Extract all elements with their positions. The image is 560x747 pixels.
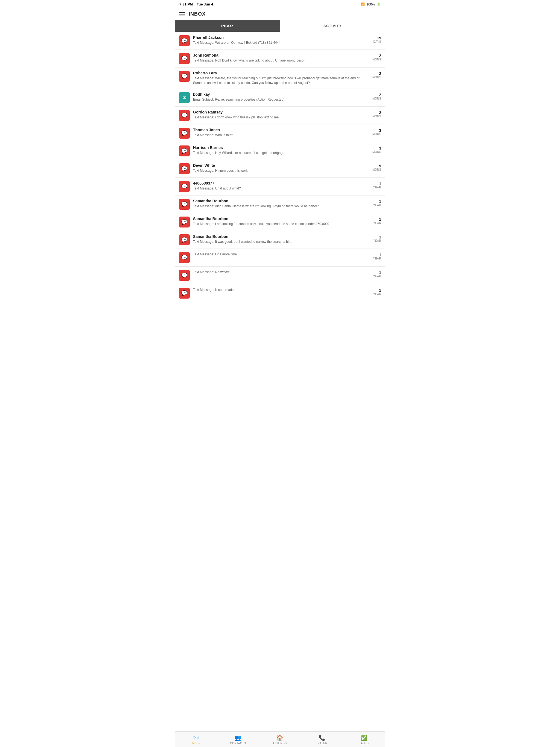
tab-inbox[interactable]: INBOX <box>175 20 280 32</box>
message-preview: Text Message: i don't know who this is? … <box>193 115 370 120</box>
inbox-content: Text Message: No way!!!! <box>193 270 371 275</box>
chat-icon: 💬 <box>181 166 187 172</box>
chat-icon: 💬 <box>181 272 187 278</box>
inbox-item[interactable]: 💬 John Ramona Text Message: No!! Dont kn… <box>175 50 385 68</box>
battery-icon: 🔋 <box>377 2 381 6</box>
time-number: 2 <box>379 71 381 76</box>
inbox-content: Gordon Ramsay Text Message: i don't know… <box>193 110 370 120</box>
time-stamp: 1 YEAR <box>373 288 381 295</box>
message-preview: Text Message: No!! Dont know what u are … <box>193 58 370 63</box>
time-stamp: 1 YEAR <box>373 234 381 242</box>
time-number: 1 <box>379 253 381 257</box>
time-unit: YEAR <box>373 204 381 207</box>
inbox-item[interactable]: 💬 Samantha Bourbon Text Message: Also Sa… <box>175 196 385 213</box>
inbox-item[interactable]: 💬 Roberto Lara Text Message: Willard, th… <box>175 68 385 89</box>
inbox-content: Pharrell Jackson Text Message: We are on… <box>193 35 371 45</box>
avatar: ✉ <box>179 92 190 103</box>
avatar: 💬 <box>179 146 190 156</box>
avatar: 💬 <box>179 270 190 281</box>
time-number: 19 <box>377 36 381 40</box>
hamburger-menu[interactable] <box>179 12 185 16</box>
wifi-icon: 📶 <box>361 2 365 6</box>
time-stamp: 3 MONS <box>373 146 381 153</box>
time-stamp: 9 MONS <box>373 163 381 171</box>
message-preview: Text Message: Who is this? <box>193 133 370 137</box>
time-number: 1 <box>379 235 381 239</box>
contact-name: 4406530377 <box>193 181 371 185</box>
chat-icon: 💬 <box>181 237 187 243</box>
time-unit: YEAR <box>373 275 381 278</box>
avatar: 💬 <box>179 252 190 263</box>
message-preview: Text Message: Hmmm does this work. <box>193 169 370 173</box>
inbox-item[interactable]: 💬 Pharrell Jackson Text Message: We are … <box>175 32 385 50</box>
time-number: 1 <box>379 199 381 204</box>
time-number: 1 <box>379 182 381 186</box>
inbox-item[interactable]: 💬 Text Message: Nice threads 1 YEAR <box>175 284 385 302</box>
message-preview: Text Message: I am looking for condos on… <box>193 222 371 226</box>
contact-name: bodhikay <box>193 92 370 97</box>
tab-activity[interactable]: ACTIVITY <box>280 20 385 32</box>
inbox-item[interactable]: 💬 4406530377 Text Message: Chat about wh… <box>175 178 385 196</box>
contact-name: Pharrell Jackson <box>193 35 371 40</box>
contact-name: Gordon Ramsay <box>193 110 370 114</box>
time-stamp: 1 YEAR <box>373 181 381 189</box>
inbox-content: Harrison Barnes Text Message: Hey Willar… <box>193 146 370 155</box>
battery-percentage: 100% <box>366 2 375 6</box>
chat-icon: 💬 <box>181 148 187 154</box>
message-preview: Text Message: It was good, but I wanted … <box>193 239 371 244</box>
status-time: 7:31 PM <box>179 2 193 6</box>
time-number: 2 <box>379 93 381 97</box>
inbox-item[interactable]: 💬 Gordon Ramsay Text Message: i don't kn… <box>175 107 385 124</box>
inbox-item[interactable]: 💬 Devin White Text Message: Hmmm does th… <box>175 160 385 178</box>
chat-icon: 💬 <box>181 290 187 296</box>
inbox-content: Samantha Bourbon Text Message: Also Sant… <box>193 199 371 209</box>
time-stamp: 2 MONS <box>373 110 381 118</box>
time-number: 2 <box>379 54 381 58</box>
time-stamp: 1 YEAR <box>373 252 381 260</box>
inbox-list: 💬 Pharrell Jackson Text Message: We are … <box>175 32 385 302</box>
time-unit: MONS <box>373 97 381 100</box>
contact-name: Devin White <box>193 163 370 168</box>
time-unit: MONS <box>373 76 381 79</box>
time-unit: MONS <box>373 150 381 153</box>
time-unit: DAYS <box>374 40 381 43</box>
time-stamp: 19 DAYS <box>374 35 381 43</box>
time-stamp: 2 MONS <box>373 53 381 61</box>
inbox-content: Samantha Bourbon Text Message: It was go… <box>193 234 371 244</box>
inbox-item[interactable]: 💬 Samantha Bourbon Text Message: I am lo… <box>175 213 385 231</box>
chat-icon: 💬 <box>181 112 187 119</box>
contact-name: Samantha Bourbon <box>193 216 371 221</box>
inbox-content: Text Message: Nice threads <box>193 288 371 292</box>
time-unit: YEAR <box>373 292 381 295</box>
contact-name: Samantha Bourbon <box>193 234 371 239</box>
message-preview: Text Message: Hey Willard. I'm not sure … <box>193 151 370 155</box>
time-stamp: 2 MONS <box>373 92 381 100</box>
inbox-item[interactable]: 💬 Text Message: One more time 1 YEAR <box>175 249 385 266</box>
email-icon: ✉ <box>182 95 186 101</box>
inbox-item[interactable]: ✉ bodhikay Email Subject: Re: re: search… <box>175 89 385 107</box>
message-preview: Text Message: Chat about what? <box>193 186 371 191</box>
avatar: 💬 <box>179 199 190 210</box>
inbox-item[interactable]: 💬 Text Message: No way!!!! 1 YEAR <box>175 266 385 284</box>
message-preview: Text Message: Willard, thanks for reachi… <box>193 76 370 85</box>
avatar: 💬 <box>179 181 190 192</box>
time-unit: YEAR <box>373 222 381 225</box>
message-preview: Email Subject: Re: re: searching propert… <box>193 97 370 102</box>
time-unit: MONS <box>373 115 381 118</box>
inbox-content: John Ramona Text Message: No!! Dont know… <box>193 53 370 63</box>
inbox-item[interactable]: 💬 Samantha Bourbon Text Message: It was … <box>175 231 385 249</box>
message-preview: Text Message: Also Santa Clarita is wher… <box>193 204 371 209</box>
inbox-item[interactable]: 💬 Harrison Barnes Text Message: Hey Will… <box>175 142 385 160</box>
chat-icon: 💬 <box>181 183 187 189</box>
chat-icon: 💬 <box>181 38 187 44</box>
inbox-item[interactable]: 💬 Thomas Jones Text Message: Who is this… <box>175 124 385 142</box>
time-unit: YEAR <box>373 239 381 242</box>
chat-icon: 💬 <box>181 55 187 61</box>
time-stamp: 1 YEAR <box>373 270 381 278</box>
time-number: 3 <box>379 146 381 150</box>
contact-name: John Ramona <box>193 53 370 57</box>
chat-icon: 💬 <box>181 255 187 261</box>
inbox-content: Thomas Jones Text Message: Who is this? <box>193 128 370 137</box>
time-unit: YEAR <box>373 186 381 189</box>
page-title: INBOX <box>189 11 206 17</box>
